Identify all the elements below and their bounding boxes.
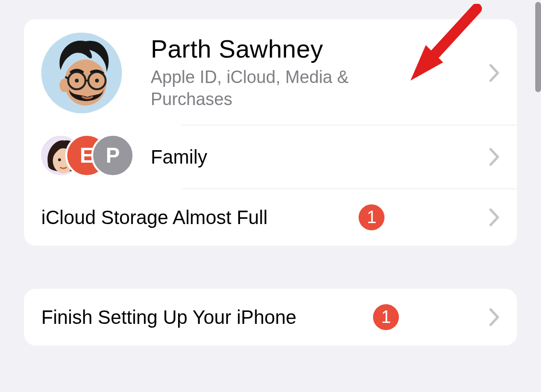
svg-point-8 <box>95 79 99 83</box>
badge-count: 1 <box>367 207 376 227</box>
chevron-right-icon <box>489 308 500 326</box>
setup-section: Finish Setting Up Your iPhone 1 <box>24 289 517 345</box>
avatar-initial-label: P <box>106 143 120 167</box>
svg-point-11 <box>58 158 61 161</box>
profile-name: Parth Sawhney <box>151 36 400 63</box>
chevron-right-icon <box>489 148 500 166</box>
finish-setup-label: Finish Setting Up Your iPhone <box>41 307 296 328</box>
account-section: Parth Sawhney Apple ID, iCloud, Media & … <box>24 19 517 246</box>
icloud-storage-label: iCloud Storage Almost Full <box>41 207 267 228</box>
chevron-right-icon <box>489 64 500 82</box>
notification-badge: 1 <box>373 304 399 330</box>
svg-point-7 <box>75 79 79 83</box>
apple-id-row[interactable]: Parth Sawhney Apple ID, iCloud, Media & … <box>24 19 517 125</box>
family-member-initial: P <box>91 134 134 177</box>
profile-subtitle: Apple ID, iCloud, Media & Purchases <box>151 66 400 110</box>
chevron-right-icon <box>489 208 500 226</box>
finish-setup-row[interactable]: Finish Setting Up Your iPhone 1 <box>24 289 517 345</box>
notification-badge: 1 <box>359 204 385 230</box>
icloud-storage-row[interactable]: iCloud Storage Almost Full 1 <box>24 189 517 246</box>
family-avatar-stack: E P <box>41 134 137 180</box>
badge-count: 1 <box>381 307 391 327</box>
user-avatar <box>41 33 122 113</box>
family-row[interactable]: E P Family <box>24 125 517 189</box>
scrollbar[interactable] <box>535 2 541 92</box>
family-label: Family <box>151 146 207 168</box>
